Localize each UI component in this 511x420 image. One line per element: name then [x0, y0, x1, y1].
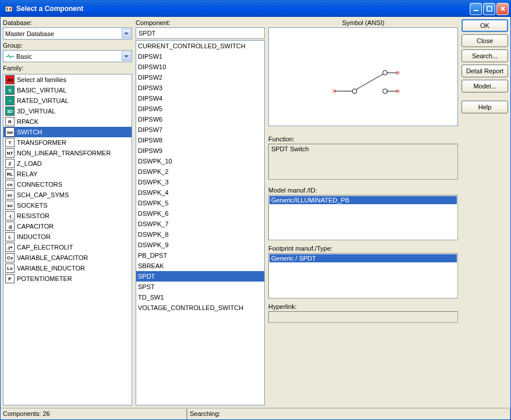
group-icon: [5, 52, 15, 61]
component-item[interactable]: DSWPK_2: [136, 166, 264, 177]
database-combo[interactable]: Master Database: [3, 27, 132, 40]
detail-report-button[interactable]: Detail Report: [462, 65, 508, 77]
family-item[interactable]: -||CAPACITOR: [3, 221, 132, 232]
footprint-row[interactable]: Generic / SPDT: [269, 254, 457, 262]
family-item[interactable]: CvVARIABLE_CAPACITOR: [3, 252, 132, 263]
component-item[interactable]: DIPSW9: [136, 145, 264, 156]
family-item[interactable]: PPOTENTIOMETER: [3, 273, 132, 284]
close-dialog-button[interactable]: Close: [462, 34, 508, 47]
family-listbox[interactable]: AllSelect all familiesVBASIC_VIRTUAL~RAT…: [3, 74, 132, 405]
component-item[interactable]: DSWPK_3: [136, 177, 264, 187]
family-item[interactable]: VBASIC_VIRTUAL: [3, 85, 132, 95]
family-item[interactable]: TTRANSFORMER: [3, 137, 132, 148]
component-item[interactable]: DSWPK_5: [136, 198, 264, 208]
component-item[interactable]: DSWPK_10: [136, 156, 264, 166]
component-item[interactable]: PB_DPST: [136, 250, 264, 261]
component-item[interactable]: DIPSW3: [136, 83, 264, 93]
family-icon: L: [5, 232, 15, 241]
family-icon: cn: [5, 180, 15, 189]
chevron-down-icon[interactable]: [122, 29, 131, 38]
family-icon: -||: [5, 222, 15, 231]
component-item[interactable]: DSWPK_4: [136, 187, 264, 198]
family-item[interactable]: RRPACK: [3, 116, 132, 127]
component-item[interactable]: DIPSW2: [136, 72, 264, 83]
family-icon: sc: [5, 190, 15, 200]
family-item[interactable]: -|+CAP_ELECTROLIT: [3, 242, 132, 252]
family-item[interactable]: LvVARIABLE_INDUCTOR: [3, 263, 132, 273]
component-item[interactable]: DIPSW7: [136, 124, 264, 135]
family-item-label: CAP_ELECTROLIT: [17, 244, 73, 251]
family-item[interactable]: LINDUCTOR: [3, 232, 132, 242]
help-button[interactable]: Help: [462, 101, 508, 113]
function-box: SPDT Switch: [268, 144, 458, 180]
family-item[interactable]: NTNON_LINEAR_TRANSFORMER: [3, 148, 132, 158]
component-item[interactable]: DSWPK_7: [136, 219, 264, 229]
family-icon: P: [5, 274, 15, 283]
family-item[interactable]: 3D3D_VIRTUAL: [3, 106, 132, 116]
component-item[interactable]: DIPSW5: [136, 104, 264, 114]
svg-point-6: [352, 89, 357, 94]
family-item[interactable]: RLRELAY: [3, 169, 132, 179]
ok-button[interactable]: OK: [462, 19, 508, 32]
family-item[interactable]: ~RATED_VIRTUAL: [3, 95, 132, 106]
family-icon: -|: [5, 211, 15, 220]
family-item-label: SWITCH: [17, 129, 42, 136]
component-item[interactable]: DIPSW10: [136, 62, 264, 72]
family-item[interactable]: soSOCKETS: [3, 200, 132, 211]
component-item[interactable]: DIPSW8: [136, 135, 264, 145]
component-item[interactable]: TD_SW1: [136, 292, 264, 302]
model-button[interactable]: Model...: [462, 80, 508, 92]
model-row[interactable]: Generic/ILLUMINATED_PB: [269, 196, 457, 204]
component-item[interactable]: SPDT: [136, 271, 264, 282]
family-item-label: SCH_CAP_SYMS: [17, 191, 69, 198]
component-item[interactable]: DSWPK_9: [136, 240, 264, 250]
component-item[interactable]: CURRENT_CONTROLLED_SWITCH: [136, 41, 264, 51]
family-icon: V: [5, 86, 15, 95]
family-item-label: RPACK: [17, 118, 38, 125]
family-icon: All: [5, 75, 15, 84]
chevron-down-icon[interactable]: [122, 51, 131, 61]
symbol-preview: [268, 27, 458, 126]
group-combo[interactable]: Basic: [3, 50, 132, 62]
footprint-label: Footprint manuf./Type:: [268, 245, 458, 252]
family-item[interactable]: ZZ_LOAD: [3, 158, 132, 169]
model-listbox[interactable]: Generic/ILLUMINATED_PB: [268, 195, 458, 240]
maximize-button[interactable]: [483, 3, 495, 15]
component-item[interactable]: SPST: [136, 282, 264, 292]
component-listbox[interactable]: CURRENT_CONTROLLED_SWITCHDIPSW1DIPSW10DI…: [136, 40, 265, 405]
svg-rect-3: [474, 10, 478, 11]
component-item[interactable]: DSWPK_6: [136, 208, 264, 219]
family-icon: ~: [5, 96, 15, 105]
svg-point-10: [383, 89, 388, 94]
search-button[interactable]: Search...: [462, 49, 508, 62]
family-item-label: BASIC_VIRTUAL: [17, 87, 66, 94]
select-component-dialog: Select a Component Database: Master Data…: [0, 0, 511, 420]
hyperlink-box: [268, 311, 458, 323]
family-icon: so: [5, 201, 15, 210]
component-item[interactable]: VOLTAGE_CONTROLLED_SWITCH: [136, 302, 264, 313]
component-search-input[interactable]: [136, 27, 265, 39]
family-icon: Cv: [5, 253, 15, 262]
group-value: Basic: [16, 53, 122, 60]
family-item[interactable]: AllSelect all families: [3, 74, 132, 85]
family-item[interactable]: scSCH_CAP_SYMS: [3, 190, 132, 200]
titlebar: Select a Component: [1, 1, 510, 17]
component-item[interactable]: SBREAK: [136, 261, 264, 271]
family-icon: NT: [5, 148, 15, 158]
component-item[interactable]: DIPSW6: [136, 114, 264, 124]
component-item[interactable]: DIPSW1: [136, 51, 264, 62]
family-item-label: INDUCTOR: [17, 233, 51, 240]
database-label: Database:: [3, 19, 132, 26]
status-searching: Searching:: [187, 409, 510, 419]
footprint-listbox[interactable]: Generic / SPDT: [268, 253, 458, 298]
minimize-button[interactable]: [470, 3, 482, 15]
family-item[interactable]: -|RESISTOR: [3, 211, 132, 221]
close-button[interactable]: [496, 3, 509, 15]
component-item[interactable]: DSWPK_8: [136, 229, 264, 240]
family-item-label: CAPACITOR: [17, 223, 54, 230]
family-item[interactable]: cnCONNECTORS: [3, 179, 132, 190]
svg-rect-0: [5, 6, 12, 12]
family-item[interactable]: swSWITCH: [3, 127, 132, 137]
component-item[interactable]: DIPSW4: [136, 93, 264, 104]
family-icon: -|+: [5, 243, 15, 252]
